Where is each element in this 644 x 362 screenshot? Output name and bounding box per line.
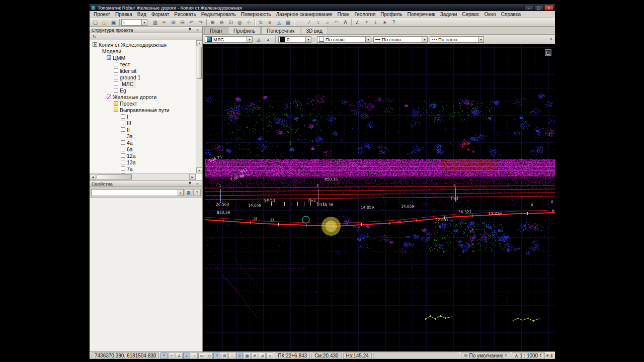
redo-button[interactable]: ↷ [196,19,205,26]
draw-arc-button[interactable]: ◠ [332,19,341,26]
zoom-window-button[interactable]: ⊡ [226,19,235,26]
scroll-up-icon[interactable]: ▲ [196,40,202,46]
zoom-extents-button[interactable]: ◎ [235,19,244,26]
viewport-widget-icon[interactable] [545,49,551,56]
tree-item[interactable]: ЦММ [91,54,196,61]
scroll-down-icon[interactable]: ▼ [196,167,202,173]
cut-button[interactable]: ✂ [160,19,169,26]
tree-vertical-scrollbar[interactable]: ▲ ▼ [196,40,202,173]
panels-button[interactable]: ▥ [151,19,159,26]
status-toggle-3[interactable]: ∠ [176,352,183,359]
plan-canvas[interactable] [205,44,555,351]
menu-item[interactable]: Вид [135,12,149,17]
help-button[interactable]: ? [193,189,201,196]
draw-line-button[interactable]: ∕ [305,19,313,26]
status-toggle-4[interactable]: ⊥ [183,352,190,359]
tree-item[interactable]: Копия ст.Железнодорожная [91,41,196,48]
menu-item[interactable]: Поверхность [238,12,274,17]
pin-icon[interactable] [187,181,193,186]
grid-button[interactable]: ▦ [284,19,292,26]
chevron-down-icon[interactable]: ▾ [365,37,371,42]
chevron-down-icon[interactable]: ▾ [422,37,427,42]
close-panel-button[interactable]: × [195,181,200,186]
surface-select[interactable]: МЛС ▾ [205,36,253,43]
zoom-in-button[interactable]: ⊕ [208,19,217,26]
linetype-by-layer-select[interactable]: По слою▾ [430,36,484,43]
scroll-right-icon[interactable]: ▶ [189,174,196,180]
settings-button[interactable]: ∗ [380,19,389,26]
pan-button[interactable]: ⊹ [245,19,253,26]
status-toggle-7[interactable]: ◇ [206,352,213,359]
status-toggle-10[interactable]: ∷ [228,352,235,359]
tree-item[interactable]: 12а [91,152,196,159]
draw-circle-button[interactable]: ○ [323,19,332,26]
scroll-track[interactable] [196,79,202,167]
tree-item[interactable]: Выправленные пути [91,107,196,113]
properties-object-select[interactable]: ▾ [91,189,184,196]
mode-spinner[interactable]: ▲▼ [505,353,507,358]
new-button[interactable]: ▢ [91,19,100,26]
tree-item[interactable]: Модели [91,48,196,54]
tab-3D вид[interactable]: 3D вид [301,27,328,34]
status-toggle-13[interactable]: ≋ [251,352,258,359]
status-toggle-12[interactable]: ▦ [244,352,251,359]
draw-polyline-button[interactable]: ≈ [314,19,323,26]
tree-item[interactable]: lider sit [91,67,196,74]
refresh-button[interactable]: ↻ [257,19,265,26]
close-panel-button[interactable]: × [195,27,200,32]
menu-item[interactable]: Редактировать [199,12,238,17]
chevron-down-icon[interactable]: ▾ [305,37,311,42]
track-select[interactable]: I▾ [121,19,147,26]
scroll-left-icon[interactable]: ◀ [90,174,96,180]
status-toggle-6[interactable]: ▭ [198,352,205,359]
status-toggle-8[interactable]: ≡ [213,352,220,359]
tree-item[interactable]: Проект [91,100,196,107]
save-button[interactable]: ▣ [109,19,118,26]
undo-button[interactable]: ↶ [187,19,196,26]
draw-point-button[interactable]: ∙ [296,19,304,26]
tab-План[interactable]: План [204,27,227,34]
tree-item[interactable]: Eg [91,87,196,94]
status-toggle-2[interactable]: ⊹ [168,352,175,359]
tree-item[interactable]: МЛС [91,80,196,87]
chevron-down-icon[interactable]: ▾ [478,37,484,42]
menu-item[interactable]: Профиль [378,12,405,17]
tree-item[interactable]: 13а [91,159,196,165]
menu-item[interactable]: План [335,12,352,17]
tree-horizontal-scrollbar[interactable]: ◀ ▶ [90,173,196,180]
status-toggle-15[interactable]: ± [266,352,273,359]
menu-item[interactable]: Проект [91,12,113,17]
status-toggle-11[interactable]: ◎ [236,352,243,359]
draw-text-button[interactable]: A [341,19,350,26]
menu-item[interactable]: Поперечник [405,12,438,17]
tree-item[interactable]: ground 1 [91,74,196,80]
lineweight-by-layer-select[interactable]: По слою▾ [373,36,428,43]
menu-item[interactable]: Окно [482,12,499,17]
surface-button[interactable]: ◬ [275,19,283,26]
scroll-track[interactable] [132,174,189,180]
ortho-button[interactable]: ⊥ [371,19,380,26]
tree-item[interactable]: 7а [91,165,196,172]
tree-item[interactable]: Железные дороги [91,94,196,100]
measure-button[interactable]: ∠ [353,19,362,26]
chevron-down-icon[interactable]: ▾ [247,37,252,42]
toolbar-overflow-icon[interactable]: ▾ [550,37,553,41]
tree-item[interactable]: 4а [91,139,196,146]
maximize-button[interactable]: ▢ [534,5,543,11]
scale-spinner[interactable]: ▲▼ [539,353,541,358]
menu-item[interactable]: Формат [149,12,172,17]
tree-item[interactable]: 6а [91,146,196,152]
status-toggle-14[interactable]: ⊿ [259,352,266,359]
menu-item[interactable]: Лазерное сканирование [274,12,335,17]
menu-item[interactable]: Задачи [438,12,460,17]
menu-item[interactable]: Сервис [459,12,481,17]
close-button[interactable]: × [544,5,553,11]
chevron-down-icon[interactable]: ▾ [178,190,183,196]
grid-view-button[interactable]: ▦ [185,189,192,196]
scrollbar-thumb[interactable] [197,47,202,79]
tree-item[interactable]: II [91,126,196,133]
mode-select[interactable]: ⊛ По умолчанию ▲▼ [461,352,510,359]
tree-item[interactable]: III [91,120,196,126]
tree-item[interactable]: I [91,113,196,120]
tab-Поперечник[interactable]: Поперечник [261,27,300,34]
